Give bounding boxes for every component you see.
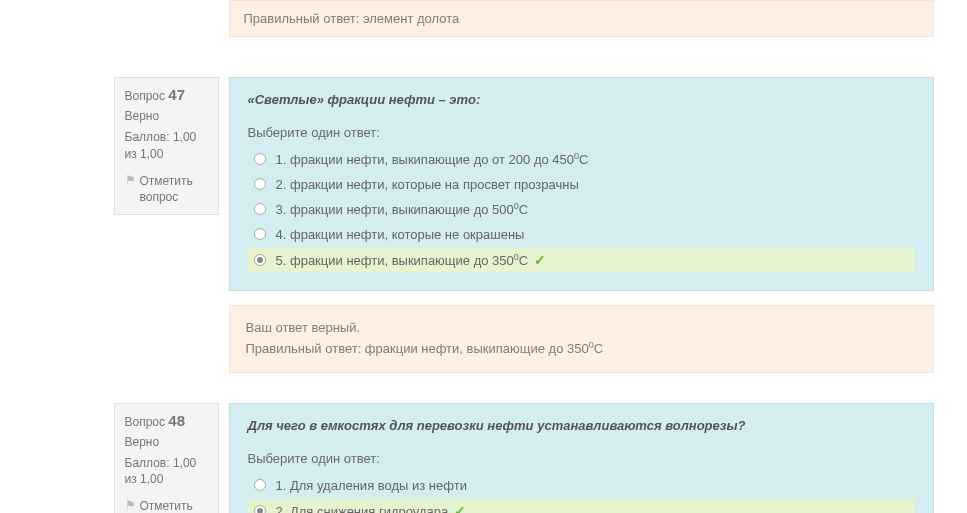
flag-icon: ⚑: [125, 498, 136, 512]
question-score: Баллов: 1,00 из 1,00: [125, 129, 208, 163]
correct-answer-label: Правильный ответ:: [244, 11, 363, 26]
answer-option[interactable]: 5. фракции нефти, выкипающие до 3500С ✓: [248, 248, 915, 272]
check-icon: ✓: [530, 252, 546, 268]
question-number: Вопрос 48: [125, 412, 208, 429]
flag-link[interactable]: ⚑ Отметить вопрос: [125, 498, 208, 513]
question-body: Для чего в емкостях для перевозки нефти …: [229, 403, 934, 513]
question-text: Для чего в емкостях для перевозки нефти …: [248, 418, 915, 433]
question-content: Для чего в емкостях для перевозки нефти …: [229, 403, 934, 513]
question-info: Вопрос 48 Верно Баллов: 1,00 из 1,00 ⚑ О…: [114, 403, 219, 513]
question-47: Вопрос 47 Верно Баллов: 1,00 из 1,00 ⚑ О…: [114, 77, 934, 373]
answer-option[interactable]: 1. Для удаления воды из нефти: [248, 474, 915, 497]
question-48: Вопрос 48 Верно Баллов: 1,00 из 1,00 ⚑ О…: [114, 403, 934, 513]
correct-answer-text: элемент долота: [363, 11, 459, 26]
question-content: «Светлые» фракции нефти – это: Выберите …: [229, 77, 934, 373]
answer-text: 1. фракции нефти, выкипающие до от 200 д…: [276, 152, 909, 167]
answer-option[interactable]: 1. фракции нефти, выкипающие до от 200 д…: [248, 148, 915, 171]
answer-text: 5. фракции нефти, выкипающие до 3500С ✓: [276, 252, 909, 268]
question-feedback: Ваш ответ верный. Правильный ответ: фрак…: [229, 305, 934, 373]
answer-option[interactable]: 2. фракции нефти, которые на просвет про…: [248, 173, 915, 196]
radio-button[interactable]: [254, 153, 266, 165]
answer-option[interactable]: 2. Для снижения гидроудара ✓: [248, 499, 915, 513]
answer-option[interactable]: 3. фракции нефти, выкипающие до 5000С: [248, 198, 915, 221]
radio-button[interactable]: [254, 479, 266, 491]
answer-option[interactable]: 4. фракции нефти, которые не окрашены: [248, 223, 915, 246]
answer-prompt: Выберите один ответ:: [248, 125, 915, 140]
flag-link[interactable]: ⚑ Отметить вопрос: [125, 173, 208, 207]
question-body: «Светлые» фракции нефти – это: Выберите …: [229, 77, 934, 291]
feedback-line2: Правильный ответ: фракции нефти, выкипаю…: [246, 339, 917, 360]
question-number: Вопрос 47: [125, 86, 208, 103]
answer-list: 1. фракции нефти, выкипающие до от 200 д…: [248, 148, 915, 272]
answer-text: 3. фракции нефти, выкипающие до 5000С: [276, 202, 909, 217]
check-icon: ✓: [450, 503, 466, 513]
radio-button[interactable]: [254, 505, 266, 513]
question-status: Верно: [125, 109, 208, 123]
flag-icon: ⚑: [125, 173, 136, 187]
answer-prompt: Выберите один ответ:: [248, 451, 915, 466]
answer-text: 4. фракции нефти, которые не окрашены: [276, 227, 909, 242]
radio-button[interactable]: [254, 254, 266, 266]
prev-feedback: Правильный ответ: элемент долота: [229, 0, 934, 37]
answer-list: 1. Для удаления воды из нефти2. Для сниж…: [248, 474, 915, 513]
feedback-line1: Ваш ответ верный.: [246, 318, 917, 339]
question-status: Верно: [125, 435, 208, 449]
question-score: Баллов: 1,00 из 1,00: [125, 455, 208, 489]
answer-text: 2. фракции нефти, которые на просвет про…: [276, 177, 909, 192]
question-info: Вопрос 47 Верно Баллов: 1,00 из 1,00 ⚑ О…: [114, 77, 219, 215]
question-text: «Светлые» фракции нефти – это:: [248, 92, 915, 107]
radio-button[interactable]: [254, 178, 266, 190]
radio-button[interactable]: [254, 228, 266, 240]
answer-text: 2. Для снижения гидроудара ✓: [276, 503, 909, 513]
answer-text: 1. Для удаления воды из нефти: [276, 478, 909, 493]
radio-button[interactable]: [254, 203, 266, 215]
